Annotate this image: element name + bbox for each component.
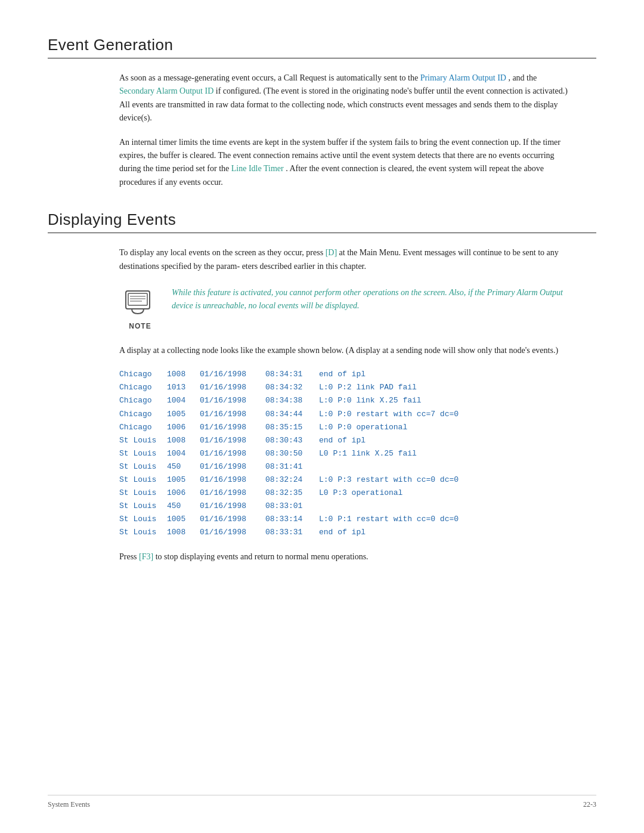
col-event: L:0 P:0 restart with cc=7 dc=0 [319,408,459,421]
event-generation-para1: As soon as a message-generating event oc… [119,72,572,125]
col-city: St Louis [119,526,167,539]
displaying-events-para3: Press [F3] to stop displaying events and… [119,550,572,563]
col-time: 08:34:44 [265,408,319,421]
table-row: St Louis100601/16/199808:32:35L0 P:3 ope… [119,487,572,500]
section-divider-1 [48,58,596,58]
col-date: 01/16/1998 [200,434,265,447]
note-text: While this feature is activated, you can… [172,286,572,312]
col-date: 01/16/1998 [200,526,265,539]
telephone-icon [121,286,160,319]
col-id: 450 [167,500,200,513]
col-date: 01/16/1998 [200,447,265,460]
table-row: St Louis45001/16/199808:31:41 [119,460,572,473]
col-time: 08:33:01 [265,500,319,513]
col-time: 08:33:14 [265,513,319,526]
col-time: 08:30:50 [265,447,319,460]
secondary-alarm-link[interactable]: Secondary Alarm Output ID [119,86,213,95]
col-city: Chicago [119,381,167,394]
note-icon-area: NOTE [119,286,161,331]
col-date: 01/16/1998 [200,500,265,513]
displaying-events-content: To display any local events on the scree… [48,246,596,563]
footer: System Events 22-3 [48,795,596,809]
col-date: 01/16/1998 [200,421,265,434]
col-event: end of ipl [319,368,366,381]
col-id: 1008 [167,434,200,447]
col-city: St Louis [119,473,167,487]
col-date: 01/16/1998 [200,513,265,526]
table-row: St Louis100501/16/199808:32:24L:0 P:3 re… [119,473,572,487]
footer-right: 22-3 [583,800,596,809]
col-time: 08:32:35 [265,487,319,500]
col-date: 01/16/1998 [200,460,265,473]
table-row: St Louis100801/16/199808:33:31end of ipl [119,526,572,539]
note-box: NOTE While this feature is activated, yo… [119,286,572,331]
col-time: 08:33:31 [265,526,319,539]
col-event: L:0 P:1 restart with cc=0 dc=0 [319,513,459,526]
col-event: L:0 P:0 operational [319,421,407,434]
col-time: 08:34:38 [265,394,319,407]
col-city: St Louis [119,460,167,473]
col-time: 08:34:32 [265,381,319,394]
f3-key-link[interactable]: [F3] [139,552,153,561]
col-date: 01/16/1998 [200,381,265,394]
d-key-link[interactable]: [D] [326,248,337,257]
line-idle-timer-link[interactable]: Line Idle Timer [231,164,284,173]
table-row: St Louis100801/16/199808:30:43end of ipl [119,434,572,447]
col-id: 1013 [167,381,200,394]
col-event: L:0 P:3 restart with cc=0 dc=0 [319,473,459,487]
col-id: 450 [167,460,200,473]
col-id: 1004 [167,447,200,460]
col-date: 01/16/1998 [200,473,265,487]
col-time: 08:31:41 [265,460,319,473]
event-table: Chicago100801/16/199808:34:31end of iplC… [119,368,572,539]
col-id: 1005 [167,513,200,526]
displaying-events-para1: To display any local events on the scree… [119,246,572,273]
event-generation-para2: An internal timer limits the time events… [119,136,572,190]
col-event: L0 P:3 operational [319,487,402,500]
col-city: St Louis [119,447,167,460]
col-time: 08:34:31 [265,368,319,381]
col-time: 08:35:15 [265,421,319,434]
col-city: Chicago [119,408,167,421]
table-row: Chicago101301/16/199808:34:32L:0 P:2 lin… [119,381,572,394]
table-row: St Louis100401/16/199808:30:50L0 P:1 lin… [119,447,572,460]
col-date: 01/16/1998 [200,408,265,421]
col-event: L0 P:1 link X.25 fail [319,447,417,460]
table-row: Chicago100801/16/199808:34:31end of ipl [119,368,572,381]
col-time: 08:30:43 [265,434,319,447]
col-city: Chicago [119,421,167,434]
col-id: 1004 [167,394,200,407]
displaying-events-title: Displaying Events [48,210,596,229]
primary-alarm-link[interactable]: Primary Alarm Output ID [420,73,506,82]
col-city: Chicago [119,394,167,407]
col-city: St Louis [119,487,167,500]
col-id: 1005 [167,408,200,421]
col-event: L:0 P:0 link X.25 fail [319,394,422,407]
col-id: 1006 [167,421,200,434]
table-row: Chicago100501/16/199808:34:44L:0 P:0 res… [119,408,572,421]
displaying-events-para2: A display at a collecting node looks lik… [119,344,572,357]
table-row: Chicago100601/16/199808:35:15L:0 P:0 ope… [119,421,572,434]
svg-rect-1 [128,293,147,305]
footer-left: System Events [48,800,90,809]
col-id: 1008 [167,368,200,381]
col-id: 1006 [167,487,200,500]
table-row: Chicago100401/16/199808:34:38L:0 P:0 lin… [119,394,572,407]
table-row: St Louis100501/16/199808:33:14L:0 P:1 re… [119,513,572,526]
col-event: end of ipl [319,526,366,539]
col-event: end of ipl [319,434,366,447]
col-city: Chicago [119,368,167,381]
col-event: L:0 P:2 link PAD fail [319,381,417,394]
col-city: St Louis [119,513,167,526]
section-divider-2 [48,233,596,233]
col-date: 01/16/1998 [200,394,265,407]
col-id: 1008 [167,526,200,539]
col-date: 01/16/1998 [200,487,265,500]
note-label: NOTE [129,322,151,330]
col-id: 1005 [167,473,200,487]
col-city: St Louis [119,500,167,513]
event-generation-title: Event Generation [48,36,596,54]
col-date: 01/16/1998 [200,368,265,381]
col-time: 08:32:24 [265,473,319,487]
col-city: St Louis [119,434,167,447]
